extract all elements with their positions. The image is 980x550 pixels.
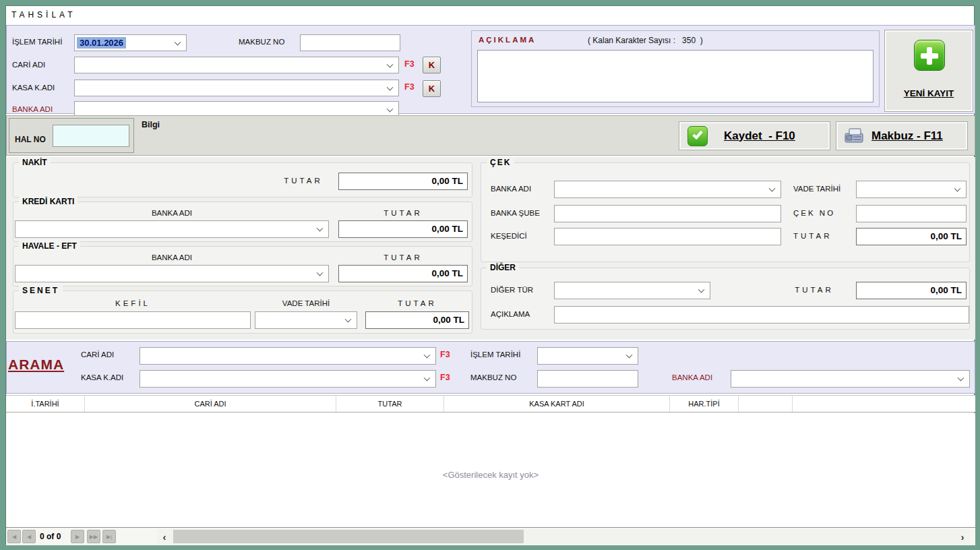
cari-adi-f3-label: F3: [404, 59, 415, 69]
kasa-kadi-label: KASA K.ADI: [12, 84, 55, 92]
column-header-har-tipi[interactable]: HAR.TİPİ: [670, 396, 739, 412]
diger-aciklama-input[interactable]: [554, 306, 969, 324]
makbuz-no-label: MAKBUZ NO: [239, 38, 284, 46]
cek-kesedici-label: KEŞEDİCİ: [491, 232, 527, 240]
cek-banka-sube-input[interactable]: [554, 205, 781, 222]
pager-first-button[interactable]: ◀: [7, 530, 21, 543]
kalan-karakter-label: ( Kalan Karakter Sayısı : 350 ): [588, 36, 703, 45]
senet-group: SENET KEFİL VADE TARİHİ TUTAR 0,00 TL: [13, 291, 472, 334]
makbuz-button[interactable]: Makbuz - F11: [836, 121, 968, 150]
cek-banka-adi-combo[interactable]: [554, 181, 781, 198]
kaydet-label: Kaydet - F10: [724, 129, 795, 143]
diger-group: DİĞER DİĞER TÜR TUTAR 0,00 TL AÇIKLAMA: [481, 268, 970, 330]
cek-tutar-input[interactable]: 0,00 TL: [856, 228, 967, 245]
column-header-kasa-kart-adi[interactable]: KASA KART ADI: [444, 396, 670, 412]
pager-next-button[interactable]: ▶: [71, 530, 84, 543]
aciklama-panel: AÇIKLAMA ( Kalan Karakter Sayısı : 350 ): [471, 30, 880, 107]
cek-tutar-label: TUTAR: [793, 232, 832, 240]
diger-tur-combo[interactable]: [554, 282, 710, 299]
diger-tutar-label: TUTAR: [774, 286, 855, 294]
chevron-down-icon: [424, 375, 431, 381]
pager-bar: ◀ ◀ 0 of 0 ▶ ▶▶ ▶| ‹ ›: [6, 527, 975, 545]
nakit-tutar-label: TUTAR: [270, 177, 337, 185]
info-bar: HAL NO Bilgi Kaydet - F10 Makbuz - F11: [6, 115, 975, 156]
havale-tutar-label: TUTAR: [338, 253, 468, 262]
pager-last-button[interactable]: ▶|: [102, 530, 116, 543]
cek-banka-adi-label: BANKA ADI: [491, 185, 531, 193]
diger-tutar-input[interactable]: 0,00 TL: [856, 282, 967, 299]
table-body: <Gösterilecek kayıt yok>: [6, 413, 975, 527]
chevron-down-icon: [387, 105, 394, 112]
senet-vade-tarihi-combo[interactable]: [255, 311, 357, 329]
aciklama-textarea[interactable]: [477, 50, 874, 102]
cek-banka-sube-label: BANKA ŞUBE: [491, 209, 540, 217]
senet-kefil-input[interactable]: [15, 311, 251, 329]
kasa-kadi-k-button[interactable]: K: [423, 80, 441, 97]
column-header-empty[interactable]: [739, 396, 793, 412]
islem-tarihi-label: İŞLEM TARİHİ: [12, 38, 62, 46]
arama-kasa-kadi-combo[interactable]: [140, 370, 436, 388]
havale-tutar-input[interactable]: 0,00 TL: [338, 265, 468, 282]
kredi-tutar-label: TUTAR: [338, 209, 468, 217]
chevron-down-icon: [626, 352, 633, 359]
pager-fast-next-button[interactable]: ▶▶: [87, 530, 100, 543]
arama-kasa-kadi-label: KASA K.ADI: [81, 373, 123, 381]
chevron-down-icon: [317, 270, 324, 276]
cari-adi-k-button[interactable]: K: [423, 57, 441, 73]
scroll-right-icon[interactable]: ›: [955, 529, 970, 544]
makbuz-label: Makbuz - F11: [871, 129, 943, 143]
column-header-cari-adi[interactable]: CARİ ADI: [85, 396, 336, 412]
cek-kesedici-input[interactable]: [554, 228, 781, 245]
diger-tur-label: DİĞER TÜR: [491, 286, 533, 294]
cek-no-input[interactable]: [856, 205, 967, 222]
arama-cari-adi-combo[interactable]: [140, 347, 436, 365]
chevron-down-icon: [387, 84, 394, 90]
kredi-karti-title: KREDİ KARTI: [19, 197, 78, 206]
havale-eft-title: HAVALE - EFT: [19, 241, 80, 251]
yeni-kayit-button[interactable]: YENİ KAYIT: [884, 30, 973, 112]
kaydet-button[interactable]: Kaydet - F10: [679, 121, 830, 150]
makbuz-no-input[interactable]: [300, 34, 400, 51]
kredi-tutar-input[interactable]: 0,00 TL: [338, 220, 468, 238]
islem-tarihi-combo[interactable]: 30.01.2026: [74, 34, 187, 51]
check-icon: [687, 126, 708, 146]
arama-makbuz-no-label: MAKBUZ NO: [470, 373, 516, 381]
havale-banka-adi-combo[interactable]: [15, 265, 329, 282]
chevron-down-icon: [175, 38, 181, 45]
bilgi-label: Bilgi: [142, 120, 160, 129]
kasa-kadi-f3-label: F3: [404, 82, 415, 92]
kasa-kadi-combo[interactable]: [74, 80, 399, 96]
column-header-filler: [793, 396, 975, 412]
column-header-tutar[interactable]: TUTAR: [336, 396, 444, 412]
cek-title: ÇEK: [487, 158, 514, 167]
arama-banka-adi-combo[interactable]: [731, 370, 970, 388]
column-header-itarihi[interactable]: İ.TARİHİ: [6, 396, 85, 412]
hal-no-label: HAL NO: [15, 135, 46, 144]
senet-title: SENET: [19, 286, 63, 295]
scroll-left-icon[interactable]: ‹: [157, 529, 172, 544]
hal-no-input[interactable]: [53, 125, 129, 147]
senet-tutar-label: TUTAR: [365, 299, 469, 307]
arama-makbuz-no-input[interactable]: [537, 370, 638, 388]
window-frame: TAHSİLAT İŞLEM TARİHİ 30.01.2026 MAKBUZ …: [0, 0, 980, 550]
pager-prev-button[interactable]: ◀: [22, 530, 36, 543]
senet-vade-tarihi-label: VADE TARİHİ: [255, 299, 357, 307]
diger-title: DİĞER: [487, 263, 519, 272]
cari-adi-combo[interactable]: [74, 57, 399, 73]
top-form-panel: İŞLEM TARİHİ 30.01.2026 MAKBUZ NO CARİ A…: [6, 25, 975, 114]
arama-islem-tarihi-combo[interactable]: [537, 347, 638, 365]
senet-tutar-input[interactable]: 0,00 TL: [365, 311, 469, 329]
empty-records-message: <Gösterilecek kayıt yok>: [6, 470, 975, 480]
kredi-banka-adi-combo[interactable]: [15, 220, 329, 238]
nakit-tutar-input[interactable]: 0,00 TL: [338, 173, 468, 190]
chevron-down-icon: [424, 352, 431, 359]
arama-kasa-f3-label: F3: [440, 373, 450, 382]
arama-islem-tarihi-label: İŞLEM TARİHİ: [470, 350, 520, 359]
diger-aciklama-label: AÇIKLAMA: [491, 310, 530, 318]
horizontal-scrollbar[interactable]: ‹ ›: [157, 529, 970, 544]
tahsilat-window: TAHSİLAT İŞLEM TARİHİ 30.01.2026 MAKBUZ …: [5, 5, 975, 545]
cek-vade-tarihi-combo[interactable]: [856, 181, 967, 198]
yeni-kayit-label: YENİ KAYIT: [885, 88, 973, 98]
title-bar: TAHSİLAT: [6, 6, 974, 24]
scrollbar-thumb[interactable]: [173, 530, 524, 543]
